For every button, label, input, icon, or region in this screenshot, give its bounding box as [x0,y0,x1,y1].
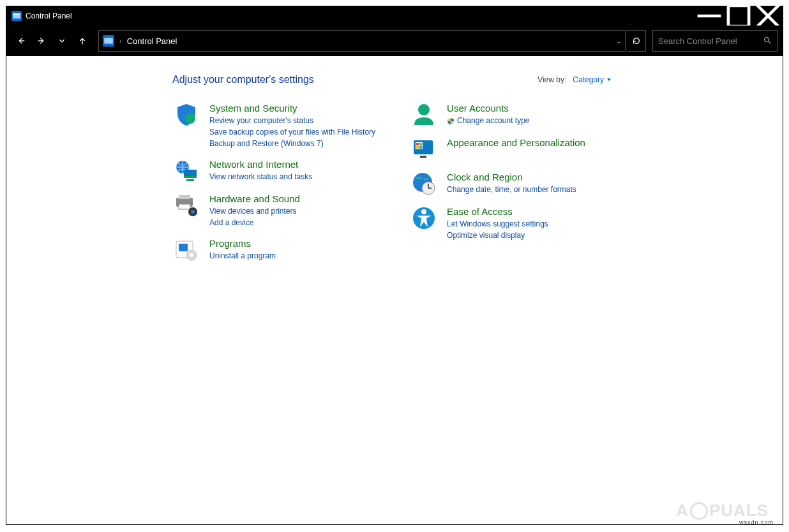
category-title[interactable]: Clock and Region [447,171,576,184]
programs-icon [172,237,200,263]
category-link[interactable]: Let Windows suggest settings [447,219,548,230]
recent-locations-button[interactable] [52,31,71,51]
user-icon [410,102,438,128]
view-by-label: View by: [537,75,566,84]
view-by-dropdown[interactable]: Category [573,75,612,84]
category-link[interactable]: Save backup copies of your files with Fi… [209,127,375,138]
category-title[interactable]: Hardware and Sound [209,193,300,205]
address-bar[interactable]: › Control Panel ⌄ [98,30,626,52]
watermark: A PUALS [676,501,769,521]
titlebar: Control Panel [6,6,783,26]
close-button[interactable] [753,6,783,26]
category-link[interactable]: Backup and Restore (Windows 7) [209,138,375,149]
category-title[interactable]: Appearance and Personalization [447,137,585,149]
category-link[interactable]: Change account type [447,115,529,126]
category-appearance-personalization: Appearance and Personalization [410,137,585,162]
svg-point-25 [190,253,193,257]
accessibility-icon [410,205,438,231]
category-hardware-sound: Hardware and Sound View devices and prin… [172,193,375,228]
refresh-button[interactable] [627,30,646,52]
search-placeholder: Search Control Panel [658,36,763,46]
globe-monitor-icon [172,158,200,184]
category-title[interactable]: System and Security [209,102,375,115]
content-area: Adjust your computer's settings View by:… [6,56,783,524]
category-title[interactable]: Ease of Access [447,205,548,218]
svg-point-10 [765,37,769,41]
svg-rect-16 [186,179,194,181]
address-dropdown-icon[interactable]: ⌄ [616,38,621,45]
monitor-personalization-icon [410,137,438,162]
category-link[interactable]: View devices and printers [209,206,300,217]
clock-globe-icon [410,171,438,196]
app-icon [11,11,22,21]
svg-point-12 [185,114,195,124]
watermark-icon [690,502,708,520]
category-link[interactable]: Change date, time, or number formats [447,184,576,195]
category-title[interactable]: Programs [209,237,276,250]
shield-icon [172,102,200,128]
category-title[interactable]: User Accounts [447,102,529,115]
footer-tag: wsxdn.com [739,519,774,524]
view-by-control: View by: Category [537,75,612,84]
category-title[interactable]: Network and Internet [209,158,312,171]
printer-camera-icon [172,193,200,218]
svg-rect-32 [419,146,422,149]
svg-rect-23 [179,244,188,251]
maximize-button[interactable] [724,6,753,26]
window: Control Panel › Control Pa [6,6,783,524]
svg-rect-1 [13,13,20,15]
svg-rect-31 [416,146,419,149]
window-title: Control Panel [26,11,72,20]
navbar: › Control Panel ⌄ Search Control Panel [6,26,783,56]
svg-rect-15 [184,170,197,176]
category-link[interactable]: Review your computer's status [209,115,375,126]
svg-rect-30 [419,143,422,145]
category-column-right: User Accounts Change account type Appear… [410,102,585,263]
search-icon [763,36,772,47]
back-button[interactable] [11,31,31,51]
category-clock-region: Clock and Region Change date, time, or n… [410,171,585,196]
category-column-left: System and Security Review your computer… [172,102,375,263]
svg-rect-33 [420,156,426,158]
category-ease-of-access: Ease of Access Let Windows suggest setti… [410,205,585,241]
svg-rect-3 [728,6,749,26]
forward-button[interactable] [32,31,51,51]
svg-point-26 [418,104,430,115]
control-panel-icon [103,35,114,47]
breadcrumb-separator-icon: › [119,37,122,45]
category-link[interactable]: Add a device [209,218,300,228]
svg-rect-29 [416,143,419,145]
minimize-button[interactable] [695,6,724,26]
search-box[interactable]: Search Control Panel [652,30,778,52]
uac-shield-icon [447,117,455,125]
category-network-internet: Network and Internet View network status… [172,158,375,184]
svg-rect-18 [179,195,190,199]
category-link[interactable]: Optimize visual display [447,230,548,241]
category-system-security: System and Security Review your computer… [172,102,375,149]
category-user-accounts: User Accounts Change account type [410,102,585,128]
category-programs: Programs Uninstall a program [172,237,375,263]
up-button[interactable] [73,31,92,51]
svg-line-11 [769,41,771,43]
svg-rect-19 [179,204,190,209]
category-link[interactable]: Uninstall a program [209,251,276,262]
page-heading: Adjust your computer's settings [172,74,314,85]
svg-point-21 [191,210,195,214]
breadcrumb[interactable]: Control Panel [127,36,177,46]
category-link[interactable]: View network status and tasks [209,172,312,182]
svg-point-39 [421,209,426,214]
svg-rect-9 [104,38,113,44]
